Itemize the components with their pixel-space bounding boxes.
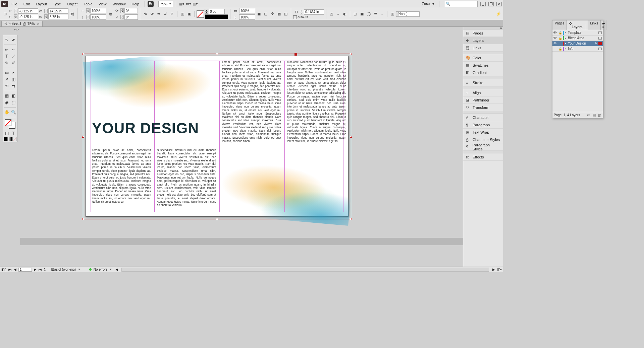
link-wh-icon[interactable]: ⛓ xyxy=(69,11,75,17)
select-container-icon[interactable]: ◫ xyxy=(179,11,185,17)
tool-4[interactable]: T xyxy=(4,53,10,59)
menu-help[interactable]: Help xyxy=(129,1,142,7)
handle-br[interactable] xyxy=(350,218,352,220)
view-mode-icon[interactable]: ◧▯ xyxy=(1,268,6,271)
effects-icon[interactable]: ▫ xyxy=(335,11,341,17)
formatting-text-icon[interactable]: T xyxy=(10,130,16,136)
handle-tr-hot[interactable] xyxy=(294,53,297,56)
reference-point-icon[interactable]: ⊞ xyxy=(2,11,8,17)
dock-item-links[interactable]: ⛓Links xyxy=(463,44,503,52)
object-style-field[interactable]: [None] xyxy=(396,11,420,17)
tool-1[interactable]: ⬈ xyxy=(10,37,16,43)
menu-type[interactable]: Type xyxy=(50,1,64,7)
tool-8[interactable]: ▭ xyxy=(4,70,10,76)
menu-object[interactable]: Object xyxy=(64,1,80,7)
stroke-style-field[interactable] xyxy=(205,14,228,19)
cell-pct-w[interactable]: 100% xyxy=(239,8,255,13)
h-spinner[interactable]: ▴▾ xyxy=(44,14,48,19)
h-field[interactable]: 8.75 in xyxy=(48,14,68,19)
preflight-text[interactable]: No errors xyxy=(94,268,108,271)
flip-v-icon[interactable]: ⇵ xyxy=(162,11,168,17)
clear-transform-icon[interactable]: P. xyxy=(169,11,175,17)
dock-item-character-styles[interactable]: A̲Character Styles xyxy=(463,136,503,143)
close-button[interactable]: ✕ xyxy=(496,2,502,6)
apply-color-icon[interactable] xyxy=(4,137,8,141)
document-tab[interactable]: *Untitled-1 @ 75% ✕ xyxy=(1,21,43,26)
tool-15[interactable]: ◧ xyxy=(10,93,16,99)
tool-17[interactable]: ⬚ xyxy=(10,99,16,106)
corner-icon[interactable]: ◰ xyxy=(328,11,334,17)
horizontal-scrollbar[interactable] xyxy=(121,268,489,272)
y-spinner[interactable]: ▴▾ xyxy=(14,14,17,19)
tool-2[interactable]: ⇤ xyxy=(4,47,10,53)
fit-frame-icon[interactable]: ▢ xyxy=(263,11,269,17)
apply-gradient-icon[interactable] xyxy=(8,137,12,141)
bridge-icon[interactable]: Br xyxy=(148,1,154,7)
canvas-area[interactable]: YOUR DESIGN Lorem ipsum dolor sit amet, … xyxy=(20,27,463,267)
x-field[interactable]: -0.125 in xyxy=(18,8,38,14)
dock-item-character[interactable]: ACharacter xyxy=(463,114,503,121)
user-label[interactable]: Zoran ▾ xyxy=(422,2,434,6)
fill-color-swatch[interactable] xyxy=(5,119,11,126)
wrap-shape-icon[interactable]: ◯ xyxy=(366,11,372,17)
handle-tl[interactable] xyxy=(82,53,84,55)
preset-name[interactable]: [Basic] (working) xyxy=(51,268,76,271)
dock-item-paragraph-styles[interactable]: ¶̲Paragraph Styles xyxy=(463,143,503,151)
scalex-field[interactable]: 100% xyxy=(90,8,106,13)
tool-12[interactable]: ⟲ xyxy=(4,83,10,89)
dock-item-pages[interactable]: ▤Pages xyxy=(463,29,503,37)
autofit-checkbox[interactable] xyxy=(293,15,297,19)
strokewt-spinner[interactable]: ▴▾ xyxy=(205,9,208,14)
inset-field[interactable]: 0.1667 in xyxy=(304,9,324,15)
rotate-ccw-icon[interactable]: ⟲ xyxy=(142,11,148,17)
tool-18[interactable]: ✋ xyxy=(4,109,10,115)
w-spinner[interactable]: ▴▾ xyxy=(44,9,48,13)
maximize-button[interactable]: ❐ xyxy=(488,2,494,6)
stroke-weight-field[interactable]: 0 pt xyxy=(209,9,225,14)
scaley-field[interactable]: 100% xyxy=(90,14,106,20)
handle-tr[interactable] xyxy=(350,53,352,55)
fit-content-icon[interactable]: ▣ xyxy=(256,11,262,17)
rotate-field[interactable]: 0° xyxy=(124,8,138,13)
menu-edit[interactable]: Edit xyxy=(21,1,33,7)
tool-6[interactable]: ✎ xyxy=(4,60,10,66)
x-spinner[interactable]: ▴▾ xyxy=(14,9,17,13)
fill-stroke-control[interactable] xyxy=(5,119,15,129)
zoom-combo[interactable]: 75% ▼ xyxy=(158,1,173,7)
scroll-mode-icon[interactable]: ◫▾ xyxy=(497,268,502,271)
dock-handle[interactable]: ▸▸ xyxy=(463,27,503,29)
menu-window[interactable]: Window xyxy=(110,1,128,7)
w-field[interactable]: 14.25 in xyxy=(48,8,68,14)
tool-3[interactable]: ↔ xyxy=(10,47,16,53)
opacity-icon[interactable]: ◐ xyxy=(342,11,348,17)
tool-13[interactable]: ⇆ xyxy=(10,83,16,89)
handle-bl[interactable] xyxy=(82,218,84,220)
wrap-jump-icon[interactable]: ≣ xyxy=(372,11,378,17)
handle-ml[interactable] xyxy=(82,136,84,138)
inset-spinner[interactable]: ▴▾ xyxy=(300,10,303,14)
handle-bm[interactable] xyxy=(216,218,218,220)
open-icon[interactable]: ⤵ xyxy=(44,268,46,271)
fill-frame-icon[interactable]: ▩ xyxy=(276,11,282,17)
flip-h-icon[interactable]: ⇋ xyxy=(156,11,162,17)
page-next-icon[interactable]: ▶ xyxy=(34,268,37,271)
wrap-none-icon[interactable]: ▢ xyxy=(352,11,358,17)
tool-7[interactable]: ✐ xyxy=(10,60,16,66)
tool-14[interactable]: ▦ xyxy=(4,93,10,99)
select-content-icon[interactable]: ▣ xyxy=(186,11,192,17)
gpu-icon[interactable]: ⚡ xyxy=(496,11,501,16)
center-content-icon[interactable]: ✛ xyxy=(269,11,275,17)
menu-table[interactable]: Table xyxy=(81,1,95,7)
close-tab-icon[interactable]: ✕ xyxy=(37,22,40,26)
page-number-field[interactable]: 1 xyxy=(18,268,32,272)
screen-mode-icon[interactable]: ▭▾ xyxy=(185,1,192,7)
cell-pct-h[interactable]: 100% xyxy=(239,14,255,20)
dock-item-layers[interactable]: ◆Layers xyxy=(463,37,503,44)
tool-5[interactable]: ／ xyxy=(10,53,16,59)
handle-mr[interactable] xyxy=(350,136,352,138)
page-last-icon[interactable]: ⏭ xyxy=(39,268,42,271)
menu-file[interactable]: File xyxy=(9,1,20,7)
dock-item-stroke[interactable]: ≡Stroke xyxy=(463,79,503,86)
dock-item-align[interactable]: ⫞Align xyxy=(463,89,503,96)
dock-item-swatches[interactable]: ▦Swatches xyxy=(463,62,503,69)
